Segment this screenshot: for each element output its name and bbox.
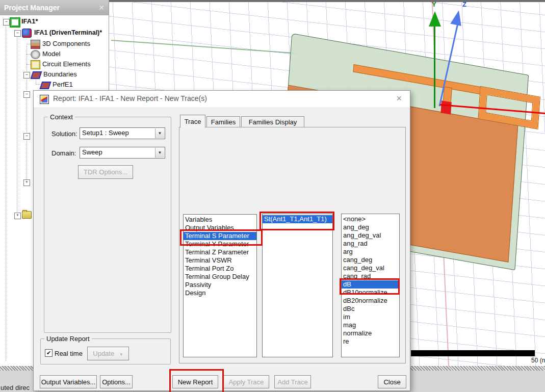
annotation-box-new-report bbox=[169, 369, 224, 392]
output-variables-button[interactable]: Output Variables... bbox=[40, 375, 97, 388]
boundary-icon bbox=[40, 82, 51, 89]
list-item[interactable]: re bbox=[342, 337, 399, 346]
list-item[interactable]: Variables bbox=[184, 216, 256, 224]
annotation-box-function bbox=[340, 278, 400, 295]
report-icon bbox=[40, 95, 49, 104]
tree-label-design[interactable]: IFA1 (DrivenTerminal)* bbox=[34, 28, 102, 38]
tree-expand-stub[interactable]: + bbox=[14, 213, 21, 219]
tree-connector bbox=[27, 46, 28, 182]
list-item[interactable]: Passivity bbox=[184, 281, 256, 289]
report-dialog: Report: IFA1 - IFA1 - New Report - New T… bbox=[33, 90, 410, 391]
circuit-elements-icon bbox=[31, 60, 40, 69]
expand-minus-icon[interactable]: − bbox=[3, 19, 10, 25]
list-item[interactable]: ang_rad bbox=[342, 240, 399, 248]
annotation-box-quantity bbox=[259, 212, 334, 230]
list-item[interactable]: cang_deg bbox=[342, 256, 399, 264]
list-item[interactable]: ang_deg_val bbox=[342, 231, 399, 240]
tree-label-3d-components[interactable]: 3D Components bbox=[42, 39, 90, 49]
apply-trace-button[interactable]: Apply Trace bbox=[223, 375, 269, 388]
add-trace-button[interactable]: Add Trace bbox=[274, 375, 311, 388]
tdr-options-button[interactable]: TDR Options... bbox=[78, 165, 133, 179]
project-manager-title-text: Project Manager bbox=[4, 4, 60, 12]
list-item[interactable]: Terminal Group Delay bbox=[184, 273, 256, 281]
list-item[interactable]: Terminal Port Zo bbox=[184, 265, 256, 273]
realtime-label: Real time bbox=[55, 350, 83, 357]
domain-label: Domain: bbox=[51, 149, 76, 157]
update-button[interactable]: Update ▼ bbox=[87, 347, 129, 360]
project-icon bbox=[10, 17, 20, 28]
components-icon bbox=[31, 40, 40, 49]
list-item[interactable]: Terminal VSWR bbox=[184, 256, 256, 265]
tree-label-project[interactable]: IFA1* bbox=[21, 16, 38, 27]
tree-connector bbox=[17, 36, 18, 215]
folder-icon bbox=[22, 211, 32, 219]
chevron-down-icon[interactable]: ▼ bbox=[155, 148, 164, 158]
list-item[interactable]: Design bbox=[184, 289, 256, 297]
list-item[interactable]: <none> bbox=[342, 215, 399, 223]
tree-label-boundaries[interactable]: Boundaries bbox=[43, 69, 77, 80]
tree-connector bbox=[27, 54, 31, 55]
options-button[interactable]: Options... bbox=[100, 375, 133, 388]
list-item[interactable]: normalize bbox=[342, 329, 399, 337]
realtime-checkbox[interactable]: ✔ bbox=[45, 349, 53, 357]
expand-minus-icon[interactable]: − bbox=[14, 30, 21, 37]
scale-bar-label: 50 (n bbox=[531, 357, 545, 364]
scale-bar bbox=[411, 350, 535, 356]
context-group-label: Context bbox=[48, 113, 75, 121]
design-icon bbox=[22, 29, 32, 38]
chevron-down-icon: ▼ bbox=[119, 352, 123, 357]
tree-connector bbox=[27, 64, 31, 65]
dialog-close-icon[interactable]: × bbox=[396, 93, 402, 104]
dialog-titlebar[interactable]: Report: IFA1 - IFA1 - New Report - New T… bbox=[34, 91, 410, 108]
tree-expand-stub[interactable]: + bbox=[23, 179, 30, 186]
tree-label-circuit-elements[interactable]: Circuit Elements bbox=[42, 59, 91, 69]
solution-select[interactable]: Setup1 : Sweep ▼ bbox=[80, 127, 165, 139]
model-icon bbox=[31, 50, 40, 59]
tree-expand-stub[interactable]: − bbox=[23, 91, 30, 98]
feed-port[interactable] bbox=[440, 100, 451, 115]
list-item[interactable]: arg bbox=[342, 248, 399, 256]
list-item[interactable]: dB20normalize bbox=[342, 297, 399, 305]
y-axis-line bbox=[434, 25, 435, 108]
status-bar-text: uted direc bbox=[1, 384, 30, 391]
update-report-group-label: Update Report bbox=[44, 335, 92, 343]
list-item[interactable]: mag bbox=[342, 321, 399, 329]
y-axis-label: Y bbox=[432, 1, 436, 8]
annotation-box-category bbox=[180, 229, 263, 246]
chevron-down-icon[interactable]: ▼ bbox=[155, 128, 164, 138]
solution-label: Solution: bbox=[51, 130, 77, 138]
tree-label-model[interactable]: Model bbox=[42, 49, 60, 59]
list-item[interactable]: dBc bbox=[342, 305, 399, 313]
solution-value: Setup1 : Sweep bbox=[82, 129, 129, 137]
viewport-top-border bbox=[109, 0, 545, 2]
list-item[interactable]: cang_deg_val bbox=[342, 264, 399, 272]
domain-value: Sweep bbox=[82, 148, 102, 156]
tab-families[interactable]: Families bbox=[206, 116, 240, 127]
z-axis-label: Z bbox=[462, 1, 466, 8]
tree-connector bbox=[36, 84, 41, 85]
tree-connector bbox=[27, 44, 31, 45]
close-button[interactable]: Close bbox=[378, 375, 406, 388]
list-item[interactable]: Terminal Z Parameter bbox=[184, 248, 256, 256]
expand-minus-icon[interactable]: − bbox=[23, 72, 30, 79]
list-item[interactable]: im bbox=[342, 313, 399, 321]
tab-families-display[interactable]: Families Display bbox=[241, 116, 304, 127]
list-item[interactable]: ang_deg bbox=[342, 223, 399, 231]
project-manager-title: Project Manager ✕ bbox=[0, 0, 109, 15]
boundaries-icon bbox=[31, 71, 42, 79]
dialog-title: Report: IFA1 - IFA1 - New Report - New T… bbox=[53, 94, 207, 102]
tree-expand-stub[interactable]: − bbox=[23, 133, 30, 140]
tree-connector bbox=[6, 24, 7, 361]
quantity-list[interactable]: St(Ant1_T1,Ant1_T1) bbox=[262, 214, 333, 357]
domain-select[interactable]: Sweep ▼ bbox=[80, 147, 165, 159]
tree-label-perfe1[interactable]: PerfE1 bbox=[53, 80, 73, 90]
panel-close-icon[interactable]: ✕ bbox=[98, 0, 105, 15]
y-axis-arrow-icon bbox=[429, 11, 441, 27]
application-window: Y Z 50 (n Project Manager ✕ − IFA1* − bbox=[0, 0, 545, 392]
tab-trace[interactable]: Trace bbox=[180, 115, 205, 127]
